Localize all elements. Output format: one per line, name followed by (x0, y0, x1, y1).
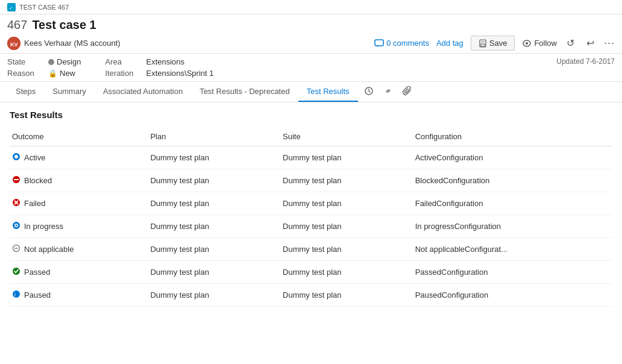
area-field: Area Extensions (105, 57, 213, 66)
outcome-icon-passed (12, 267, 20, 277)
undo-button[interactable]: ↩ (584, 36, 597, 50)
follow-button[interactable]: Follow (522, 39, 557, 48)
plan-cell: Dummy test plan (148, 238, 280, 261)
history-tab-icon[interactable] (360, 83, 377, 101)
plan-cell: Dummy test plan (148, 261, 280, 284)
fields-row: State Design Reason 🔒 New Area Extension… (0, 54, 622, 82)
plan-cell: Dummy test plan (148, 192, 280, 215)
section-title: Test Results (10, 110, 612, 120)
iteration-label: Iteration (105, 69, 141, 78)
outcome-label: Passed (24, 268, 50, 277)
updated-text: Updated 7-6-2017 (556, 57, 615, 66)
comments-label: 0 comments (386, 39, 429, 48)
plan-cell: Dummy test plan (148, 284, 280, 307)
table-header-row: Outcome Plan Suite Configuration (10, 130, 612, 146)
state-value[interactable]: Design (48, 57, 81, 66)
tab-test-results[interactable]: Test Results (298, 82, 358, 102)
outcome-cell: Not applicable (10, 238, 148, 261)
title-bar-text: TEST CASE 467 (19, 4, 69, 11)
svg-text:i: i (14, 292, 16, 298)
field-group-left: State Design Reason 🔒 New (7, 57, 81, 78)
state-dot (48, 59, 54, 65)
suite-cell: Dummy test plan (280, 261, 413, 284)
configuration-cell: In progressConfiguration (413, 215, 612, 238)
col-plan: Plan (148, 130, 280, 146)
outcome-icon-failed (12, 198, 20, 209)
iteration-field: Iteration Extensions\Sprint 1 (105, 69, 213, 78)
table-row: Blocked Dummy test plan Dummy test plan … (10, 169, 612, 192)
outcome-cell: Passed (10, 261, 148, 284)
header-actions: 0 comments Add tag Save Follow ↺ ↩ ··· (374, 36, 615, 51)
outcome-label: Failed (24, 199, 45, 208)
outcome-cell: i Paused (10, 284, 148, 307)
svg-text:✓: ✓ (9, 5, 13, 10)
lock-icon: 🔒 (48, 69, 57, 78)
outcome-label: Paused (24, 290, 51, 300)
outcome-label: Not applicable (24, 245, 74, 254)
suite-cell: Dummy test plan (280, 169, 413, 192)
outcome-icon-in-progress (12, 221, 20, 231)
plan-cell: Dummy test plan (148, 215, 280, 238)
tabs-row: Steps Summary Associated Automation Test… (0, 82, 622, 102)
outcome-icon-blocked (12, 175, 20, 186)
outcome-label: Blocked (24, 176, 52, 185)
svg-rect-7 (481, 44, 485, 46)
save-label: Save (489, 39, 507, 48)
outcome-cell: Failed (10, 192, 148, 215)
suite-cell: Dummy test plan (280, 238, 413, 261)
reason-value[interactable]: 🔒 New (48, 69, 75, 78)
link-tab-icon[interactable] (380, 83, 397, 101)
tab-test-results-deprecated[interactable]: Test Results - Deprecated (191, 82, 298, 102)
col-suite: Suite (280, 130, 413, 146)
tab-associated-automation[interactable]: Associated Automation (95, 82, 191, 102)
reason-field: Reason 🔒 New (7, 69, 81, 78)
table-row: Active Dummy test plan Dummy test plan A… (10, 146, 612, 169)
suite-cell: Dummy test plan (280, 146, 413, 169)
more-options-button[interactable]: ··· (604, 37, 615, 49)
main-header: 467 Test case 1 KV Kees Verhaar (MS acco… (0, 14, 622, 54)
tab-summary[interactable]: Summary (44, 82, 95, 102)
area-value[interactable]: Extensions (146, 57, 184, 66)
comments-button[interactable]: 0 comments (374, 39, 429, 48)
iteration-value[interactable]: Extensions\Sprint 1 (146, 69, 213, 78)
configuration-cell: BlockedConfiguration (413, 169, 612, 192)
col-outcome: Outcome (10, 130, 148, 146)
work-item-id-title: 467 Test case 1 (7, 18, 615, 32)
author-section: KV Kees Verhaar (MS account) (7, 37, 121, 50)
svg-point-24 (13, 290, 20, 298)
area-label: Area (105, 57, 141, 66)
test-case-icon: ✓ (7, 3, 16, 11)
outcome-icon-active (12, 152, 20, 163)
results-table: Outcome Plan Suite Configuration Active … (10, 130, 612, 307)
svg-rect-4 (375, 40, 383, 46)
table-row: In progress Dummy test plan Dummy test p… (10, 215, 612, 238)
add-tag-button[interactable]: Add tag (436, 39, 463, 48)
suite-cell: Dummy test plan (280, 284, 413, 307)
plan-cell: Dummy test plan (148, 169, 280, 192)
state-field: State Design (7, 57, 81, 66)
refresh-button[interactable]: ↺ (564, 36, 577, 50)
attachment-tab-icon[interactable] (399, 83, 416, 101)
content-area: Test Results Outcome Plan Suite Configur… (0, 102, 622, 364)
configuration-cell: Not applicableConfigurat... (413, 238, 612, 261)
table-row: Not applicable Dummy test plan Dummy tes… (10, 238, 612, 261)
table-row: Failed Dummy test plan Dummy test plan F… (10, 192, 612, 215)
reason-label: Reason (7, 69, 43, 78)
configuration-cell: PassedConfiguration (413, 261, 612, 284)
state-label: State (7, 57, 43, 66)
svg-point-9 (526, 42, 528, 45)
outcome-label: Active (24, 153, 45, 162)
col-configuration: Configuration (413, 130, 612, 146)
configuration-cell: FailedConfiguration (413, 192, 612, 215)
configuration-cell: PausedConfiguration (413, 284, 612, 307)
title-bar: ✓ TEST CASE 467 (0, 0, 622, 14)
avatar: KV (7, 37, 20, 50)
tab-steps[interactable]: Steps (7, 82, 44, 102)
header-meta-row: KV Kees Verhaar (MS account) 0 comments … (7, 36, 615, 51)
svg-point-12 (14, 155, 18, 158)
suite-cell: Dummy test plan (280, 215, 413, 238)
suite-cell: Dummy test plan (280, 192, 413, 215)
follow-label: Follow (534, 39, 557, 48)
save-button[interactable]: Save (471, 36, 515, 51)
work-item-title: Test case 1 (32, 18, 96, 32)
